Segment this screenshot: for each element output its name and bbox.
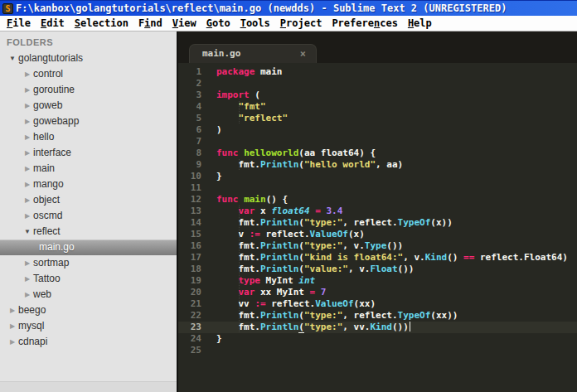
sidebar-hscrollbar[interactable] [0, 381, 177, 392]
menu-item-selection[interactable]: Selection [70, 16, 133, 31]
menu-item-tools[interactable]: Tools [235, 16, 275, 31]
code-line-20[interactable]: 20 var xx MyInt = 7 [178, 287, 577, 298]
menu-item-edit[interactable]: Edit [36, 16, 70, 31]
chevron-right-icon[interactable]: ▶ [22, 145, 33, 161]
tree-folder-interface[interactable]: ▶interface [0, 145, 177, 161]
code-line-16[interactable]: 16 fmt.Println("type:", v.Type()) [178, 240, 577, 252]
tree-item-label: gowebapp [33, 114, 79, 129]
chevron-down-icon[interactable]: ▼ [22, 224, 33, 240]
code-line-14[interactable]: 14 fmt.Println("type:", reflect.TypeOf(x… [178, 217, 577, 229]
code-line-4[interactable]: 4 "fmt" [178, 101, 577, 113]
code-token: } [216, 171, 222, 181]
indent-guide [216, 287, 240, 298]
tree-folder-main[interactable]: ▶main [0, 161, 177, 177]
code-line-25[interactable]: 25 [178, 345, 577, 356]
tree-folder-goweb[interactable]: ▶goweb [0, 98, 177, 114]
tree-item-label: interface [33, 145, 71, 161]
code-line-8[interactable]: 8func helloworld(aa float64) { [178, 148, 577, 159]
chevron-right-icon[interactable]: ▶ [22, 192, 33, 208]
code-line-19[interactable]: 19 type MyInt int [178, 275, 577, 287]
code-line-9[interactable]: 9 fmt.Println("hello world", aa) [178, 159, 577, 171]
chevron-right-icon[interactable]: ▶ [7, 334, 18, 350]
code-token: fmt. [239, 322, 261, 332]
code-line-17[interactable]: 17 fmt.Println("kind is float64:", v.Kin… [178, 252, 577, 264]
chevron-right-icon[interactable]: ▶ [22, 66, 33, 82]
code-token: "type:" [304, 310, 342, 321]
code-line-10[interactable]: 10} [178, 171, 577, 182]
menu-item-goto[interactable]: Goto [201, 16, 235, 31]
line-number: 21 [178, 298, 201, 310]
code-token: Float [370, 264, 397, 274]
tree-folder-tattoo[interactable]: ▶Tattoo [0, 271, 177, 287]
code-token: := [255, 298, 265, 309]
code-line-11[interactable]: 11 [178, 182, 577, 194]
tree-file-main-go[interactable]: main.go [0, 240, 177, 255]
chevron-right-icon[interactable]: ▶ [22, 208, 33, 224]
chevron-right-icon[interactable]: ▶ [22, 82, 33, 98]
tree-folder-reflect[interactable]: ▼reflect [0, 224, 177, 240]
code-token: Println [260, 159, 298, 170]
tab-label: main.go [190, 45, 300, 63]
chevron-right-icon[interactable]: ▶ [7, 302, 18, 318]
line-number: 4 [178, 101, 201, 113]
folder-tree: ▼golangtutorials▶control▶goroutine▶goweb… [0, 51, 177, 350]
indent-guide [216, 322, 240, 332]
code-line-6[interactable]: 6) [178, 124, 577, 136]
code-token: "type:" [304, 217, 342, 228]
code-line-23[interactable]: 23 fmt.Println("type:", vv.Kind()) [178, 322, 577, 333]
tree-folder-cdnapi[interactable]: ▶cdnapi [0, 334, 177, 350]
tree-folder-goroutine[interactable]: ▶goroutine [0, 82, 177, 98]
tree-folder-sortmap[interactable]: ▶sortmap [0, 255, 177, 271]
menu-item-project[interactable]: Project [275, 16, 327, 31]
tree-folder-mango[interactable]: ▶mango [0, 177, 177, 192]
code-editor[interactable]: 1package main23import (4 "fmt"5 "reflect… [178, 63, 577, 392]
tab-main-go[interactable]: main.go × [189, 44, 317, 63]
tree-folder-mysql[interactable]: ▶mysql [0, 318, 177, 334]
code-token [315, 287, 321, 298]
tree-folder-object[interactable]: ▶object [0, 192, 177, 208]
chevron-right-icon[interactable]: ▶ [22, 161, 33, 177]
tree-folder-web[interactable]: ▶web [0, 287, 177, 302]
line-number: 1 [178, 66, 201, 78]
menu-item-find[interactable]: Find [133, 16, 167, 31]
code-line-2[interactable]: 2 [178, 78, 577, 90]
chevron-right-icon[interactable]: ▶ [22, 287, 33, 302]
code-line-22[interactable]: 22 fmt.Println("type:", reflect.TypeOf(x… [178, 310, 577, 322]
chevron-right-icon[interactable]: ▶ [22, 114, 33, 129]
line-number: 6 [178, 124, 201, 136]
chevron-right-icon[interactable]: ▶ [22, 255, 33, 271]
code-line-13[interactable]: 13 var x float64 = 3.4 [178, 206, 577, 217]
menu-item-file[interactable]: File [2, 16, 36, 31]
chevron-right-icon[interactable]: ▶ [22, 98, 33, 114]
code-token: Type [365, 240, 387, 251]
code-line-21[interactable]: 21 vv := reflect.ValueOf(xx) [178, 298, 577, 310]
code-line-7[interactable]: 7 [178, 136, 577, 148]
tree-folder-beego[interactable]: ▶beego [0, 302, 177, 318]
code-line-5[interactable]: 5 "reflect" [178, 113, 577, 124]
chevron-right-icon[interactable]: ▶ [22, 177, 33, 192]
code-token: fmt. [239, 310, 261, 321]
tree-folder-hello[interactable]: ▶hello [0, 129, 177, 145]
menu-item-help[interactable]: Help [403, 16, 437, 31]
code-line-24[interactable]: 24} [178, 333, 577, 345]
code-token: "type:" [304, 240, 342, 251]
tree-folder-golangtutorials[interactable]: ▼golangtutorials [0, 51, 177, 66]
code-line-18[interactable]: 18 fmt.Println("value:", v.Float()) [178, 264, 577, 275]
code-line-1[interactable]: 1package main [178, 66, 577, 78]
code-token: helloworld [244, 148, 298, 158]
code-line-3[interactable]: 3import ( [178, 90, 577, 101]
code-line-15[interactable]: 15 v := reflect.ValueOf(x) [178, 229, 577, 240]
tree-folder-control[interactable]: ▶control [0, 66, 177, 82]
code-token: "hello world" [304, 159, 376, 170]
chevron-right-icon[interactable]: ▶ [7, 318, 18, 334]
menu-item-view[interactable]: View [167, 16, 201, 31]
line-number: 25 [178, 345, 201, 356]
close-icon[interactable]: × [300, 45, 316, 63]
tree-folder-gowebapp[interactable]: ▶gowebapp [0, 114, 177, 129]
menu-item-preferences[interactable]: Preferences [327, 16, 403, 31]
chevron-right-icon[interactable]: ▶ [22, 271, 33, 287]
chevron-right-icon[interactable]: ▶ [22, 129, 33, 145]
chevron-down-icon[interactable]: ▼ [7, 51, 18, 66]
code-line-12[interactable]: 12func main() { [178, 194, 577, 206]
tree-folder-oscmd[interactable]: ▶oscmd [0, 208, 177, 224]
